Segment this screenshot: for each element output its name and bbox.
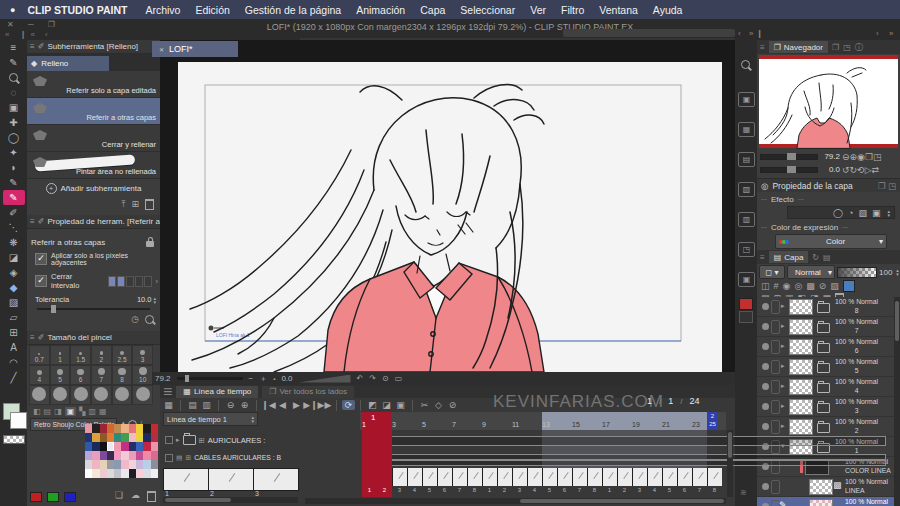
layer-thumbnail[interactable] — [809, 479, 833, 495]
timeline-hscroll-left[interactable] — [163, 497, 298, 503]
palette-swatch[interactable] — [114, 424, 121, 433]
palette-swatch[interactable] — [143, 451, 150, 460]
rotate-left-icon[interactable]: ↺ — [842, 165, 850, 175]
layer-cmd1-5[interactable]: ⊘ — [819, 281, 827, 291]
document-tab[interactable]: ✕ LOFI* — [152, 41, 238, 57]
zoom-reset-button[interactable]: ▪ — [273, 376, 275, 382]
layer-row-6[interactable]: ▸100 % Normal6 — [757, 337, 900, 357]
blend-tool[interactable]: ◈ — [3, 265, 25, 280]
brush-size-large[interactable] — [50, 385, 71, 405]
layer-row-2[interactable]: ▸100 % Normal2 — [757, 417, 900, 437]
palette-swatch[interactable] — [136, 460, 143, 469]
zoom-out-button[interactable]: − — [249, 374, 254, 383]
menu-item-ayuda[interactable]: Ayuda — [653, 4, 683, 16]
subtool-item-referir-solo-a-capa-editada[interactable]: Referir solo a capa editada — [27, 71, 160, 98]
delete-swatch-icon[interactable] — [147, 491, 156, 502]
palette-swatch[interactable] — [143, 469, 150, 478]
toolbar-right-arrows[interactable]: ‹ »❙ — [738, 29, 766, 38]
layer-row-3[interactable]: ▸100 % Normal3 — [757, 397, 900, 417]
frame-cell[interactable] — [482, 468, 497, 486]
adjacent-pixels-checkbox-row[interactable]: ✓ Aplicar solo a los píxeles adyacentes — [27, 249, 160, 269]
collapse-panels-arrows[interactable]: « ❙« ‹ — [5, 30, 52, 39]
close-gap-checkbox-row[interactable]: ✓ Cerrar intervalo › — [27, 269, 160, 293]
palette-swatch[interactable] — [92, 442, 99, 451]
eraser-tool[interactable]: ◪ — [3, 250, 25, 265]
frame-cell[interactable] — [587, 468, 602, 486]
history-color-chip[interactable] — [64, 492, 76, 502]
gap-expand-arrow[interactable]: › — [156, 277, 159, 286]
gap-size-selector[interactable] — [108, 276, 152, 287]
timeline-tool-8[interactable]: ❙◀ — [262, 400, 275, 410]
brush-size-6[interactable]: 6 — [70, 365, 91, 385]
frame-cell[interactable] — [542, 468, 557, 486]
line-tool[interactable]: ╱ — [3, 370, 25, 385]
timeline-tool-21[interactable]: ◇ — [432, 400, 445, 410]
layer-cmd1-0[interactable]: ◫ — [761, 281, 770, 291]
layer-visible-icon[interactable] — [762, 363, 769, 370]
frame-cell[interactable] — [497, 468, 512, 486]
palette-swatch[interactable] — [121, 451, 128, 460]
zoom-in-button[interactable]: ＋ — [259, 373, 267, 384]
palette-swatch[interactable] — [92, 424, 99, 433]
frame-cell[interactable] — [647, 468, 662, 486]
palette-swatch[interactable] — [92, 433, 99, 442]
timeline-thumb-2[interactable] — [208, 468, 254, 491]
palette-swatch[interactable] — [143, 424, 150, 433]
color-chip-red[interactable] — [739, 298, 753, 310]
layer-visible-icon[interactable] — [762, 423, 769, 430]
frame-cell[interactable] — [392, 468, 407, 486]
palette-swatch[interactable] — [151, 469, 158, 478]
reset-history-icon[interactable]: ◷ — [131, 314, 139, 324]
color-chip-dark[interactable] — [739, 311, 753, 323]
brush-size-0.7[interactable]: 0.7 — [29, 345, 50, 365]
rotate-left-button[interactable]: ↶ — [357, 374, 364, 383]
timeline-tool-2[interactable]: ▤ — [186, 400, 199, 410]
layer-cmd1-6[interactable]: ▨ — [830, 281, 839, 291]
checkbox-checked-icon[interactable]: ✓ — [35, 275, 47, 287]
material-image-icon[interactable]: ▤ — [738, 152, 755, 167]
history-color-chip[interactable] — [47, 492, 59, 502]
palette-swatch[interactable] — [85, 469, 92, 478]
palette-swatch[interactable] — [136, 442, 143, 451]
layer-property-header[interactable]: ◎ Propiedad de la capa ❐ ◳ — [757, 178, 900, 192]
palette-swatch[interactable] — [121, 469, 128, 478]
palette-swatch[interactable] — [100, 451, 107, 460]
material-3d-icon[interactable]: ▥ — [738, 212, 755, 227]
panel-menu-icon[interactable]: ≡ — [30, 42, 35, 51]
timeline-tool-0[interactable]: ▦ — [162, 400, 175, 410]
layer-comp-tab-icon[interactable]: ▤ — [823, 253, 831, 262]
layer-row-color[interactable]: ✎100 % NormalCOLOR — [757, 497, 900, 506]
layer-thumbnail[interactable] — [809, 499, 833, 506]
play-icon[interactable]: ▷ — [865, 165, 872, 175]
menu-item-clip-studio-paint[interactable]: CLIP STUDIO PAINT — [27, 4, 127, 16]
effect-icon-3[interactable]: ▣ — [872, 208, 881, 218]
brush-size-7[interactable]: 7 — [91, 365, 112, 385]
canvas[interactable]: LOFI Hina ak 1 — [178, 62, 722, 372]
stepper-icon[interactable]: ▴▾ — [153, 296, 156, 304]
palette-swatch[interactable] — [85, 460, 92, 469]
brush-size-3[interactable]: 3 — [132, 345, 153, 365]
brush-size-2.5[interactable]: 2.5 — [112, 345, 133, 365]
tool-property-header[interactable]: ≡ ✐ Propiedad de herram. [Referir a — [27, 215, 160, 229]
layer-visible-icon[interactable] — [762, 343, 769, 350]
layer-visible-icon[interactable] — [762, 303, 769, 310]
palette-swatch[interactable] — [114, 451, 121, 460]
pen-tool[interactable]: ✎ — [3, 175, 25, 190]
layer-visible-icon[interactable] — [762, 403, 769, 410]
palette-swatch[interactable] — [107, 424, 114, 433]
brush-size-1[interactable]: 1 — [50, 345, 71, 365]
palette-swatch[interactable] — [85, 433, 92, 442]
palette-swatch[interactable] — [114, 469, 121, 478]
timeline-tool-6[interactable]: ⊕ — [238, 400, 251, 410]
frame-cell[interactable] — [677, 468, 692, 486]
timeline-tool-9[interactable]: ◀ — [276, 400, 289, 410]
decoration-tool[interactable]: ❋ — [3, 235, 25, 250]
chevron-right-icon[interactable]: ▸ — [781, 402, 785, 410]
effect-icon-1[interactable]: ◔ — [848, 208, 853, 218]
palette-swatch[interactable] — [92, 469, 99, 478]
menu-item-capa[interactable]: Capa — [420, 4, 445, 16]
checkbox-checked-icon[interactable]: ✓ — [35, 253, 47, 265]
close-tab-icon[interactable]: ✕ — [159, 46, 164, 53]
history-color-chip[interactable] — [30, 492, 42, 502]
palette-swatch[interactable] — [107, 451, 114, 460]
